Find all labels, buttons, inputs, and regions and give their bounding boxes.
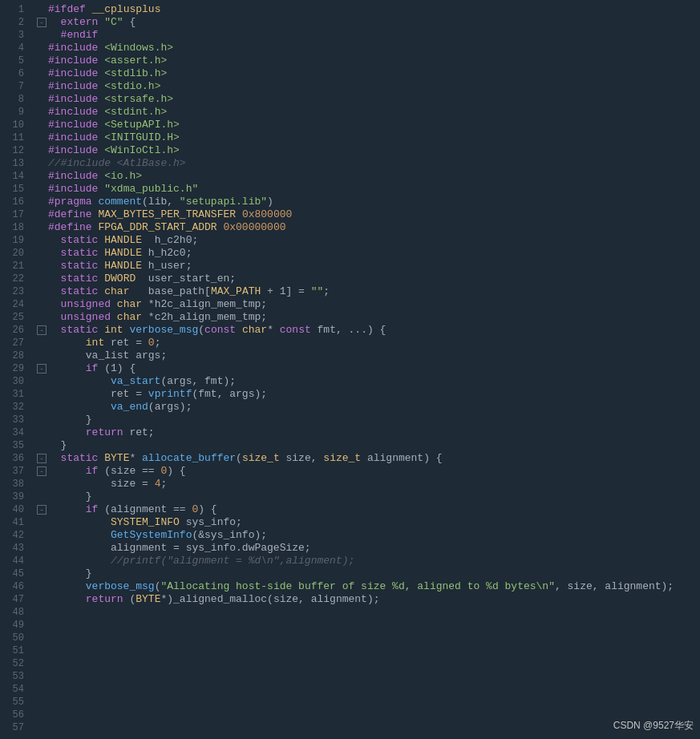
fold-marker[interactable]: - [37, 325, 47, 335]
token-plain [48, 247, 61, 260]
token-plain [48, 324, 61, 337]
fold-marker[interactable]: - [37, 364, 47, 374]
token-type: SYSTEM_INFO [111, 516, 180, 529]
token-str: "" [311, 285, 324, 298]
line-number: 29 [0, 362, 30, 375]
token-pp: #include [48, 144, 98, 157]
fold-marker[interactable]: - [37, 466, 47, 476]
token-pp: #define [48, 208, 92, 221]
token-kw: if [86, 362, 99, 375]
code-line: #include <stdint.h> [37, 106, 700, 119]
token-plain [98, 324, 104, 337]
token-inc: <stdlib.h> [104, 67, 167, 80]
token-num: 0x00000000 [223, 221, 285, 234]
code-area[interactable]: #ifdef __cplusplus- extern "C" { #endif#… [30, 0, 700, 739]
token-inc: <Windows.h> [104, 42, 173, 55]
token-plain: *c2h_align_mem_tmp; [142, 311, 267, 324]
token-cmt: //printf("alignment = %d\n",alignment); [111, 555, 354, 567]
token-type: int [104, 324, 123, 337]
line-number: 34 [0, 426, 30, 439]
token-num: 4 [155, 478, 161, 491]
token-kw: unsigned [61, 298, 111, 311]
token-str: "setupapi.lib" [180, 196, 267, 208]
token-plain: fmt, ...) { [311, 324, 386, 337]
fold-marker[interactable]: - [37, 454, 47, 463]
line-number: 14 [0, 170, 30, 183]
line-number: 25 [0, 311, 30, 324]
token-plain [236, 208, 242, 221]
token-plain: } [48, 439, 67, 452]
line-number: 28 [0, 349, 30, 362]
token-kw: if [86, 503, 99, 516]
code-line: static HANDLE h_user; [37, 260, 700, 273]
token-plain: (lib, [142, 196, 180, 208]
token-pp: #include [48, 80, 98, 93]
line-number: 11 [0, 131, 30, 144]
code-line: return (BYTE*)_aligned_malloc(size, alig… [37, 593, 700, 606]
line-number: 56 [0, 709, 30, 721]
line-number: 16 [0, 196, 30, 208]
token-type: char [242, 324, 267, 337]
token-type: char [117, 298, 142, 311]
line-number: 53 [0, 670, 30, 683]
code-line: return ret; [37, 426, 700, 439]
line-number: 57 [0, 721, 30, 734]
token-plain [98, 16, 104, 29]
token-func: GetSystemInfo [111, 529, 192, 542]
fold-marker[interactable]: - [37, 505, 47, 515]
code-line: #include <strsafe.h> [37, 93, 700, 106]
line-number: 2 [0, 16, 30, 29]
token-macro: MAX_PATH [211, 285, 261, 298]
code-line: #include <assert.h> [37, 55, 700, 67]
line-number: 13 [0, 157, 30, 170]
code-line: - static int verbose_msg(const char* con… [37, 324, 700, 337]
token-plain: ret = [48, 388, 148, 401]
token-num: 0 [148, 337, 155, 349]
code-line: #include "xdma_public.h" [37, 183, 700, 196]
line-number: 47 [0, 593, 30, 606]
token-plain [123, 324, 130, 337]
line-number: 49 [0, 619, 30, 632]
token-plain [217, 221, 224, 234]
token-kw: static [61, 247, 99, 260]
line-number: 36 [0, 452, 30, 465]
line-number: 32 [0, 401, 30, 414]
token-plain [98, 260, 104, 273]
token-pp: #define [48, 221, 92, 234]
token-plain [98, 285, 104, 298]
line-number: 9 [0, 106, 30, 119]
token-pp: #include [48, 170, 98, 183]
token-plain [98, 80, 104, 93]
token-plain [48, 580, 86, 593]
token-plain [48, 503, 86, 516]
token-plain [48, 337, 86, 349]
line-number: 6 [0, 67, 30, 80]
token-pp: #include [48, 93, 98, 106]
token-plain [111, 311, 117, 324]
token-kw: static [61, 285, 99, 298]
token-plain [48, 529, 111, 542]
token-plain: { [123, 16, 136, 29]
token-func: comment [98, 196, 142, 208]
token-type: HANDLE [104, 247, 142, 260]
token-plain [98, 119, 104, 131]
line-number: 17 [0, 208, 30, 221]
code-line: unsigned char *c2h_align_mem_tmp; [37, 311, 700, 324]
code-line: va_list args; [37, 349, 700, 362]
code-line: - static BYTE* allocate_buffer(size_t si… [37, 452, 700, 465]
line-number: 51 [0, 644, 30, 657]
token-inc: <SetupAPI.h> [104, 119, 180, 131]
line-number: 23 [0, 285, 30, 298]
code-line: va_start(args, fmt); [37, 375, 700, 388]
token-plain [48, 452, 61, 465]
token-type: HANDLE [104, 260, 142, 273]
line-number: 27 [0, 337, 30, 349]
token-plain: alignment = sys_info.dwPageSize; [48, 542, 311, 555]
line-number: 30 [0, 375, 30, 388]
line-number: 41 [0, 516, 30, 529]
token-plain [92, 208, 99, 221]
token-plain [48, 273, 61, 285]
token-func: verbose_msg [129, 324, 198, 337]
fold-marker[interactable]: - [37, 18, 47, 27]
line-number: 18 [0, 221, 30, 234]
